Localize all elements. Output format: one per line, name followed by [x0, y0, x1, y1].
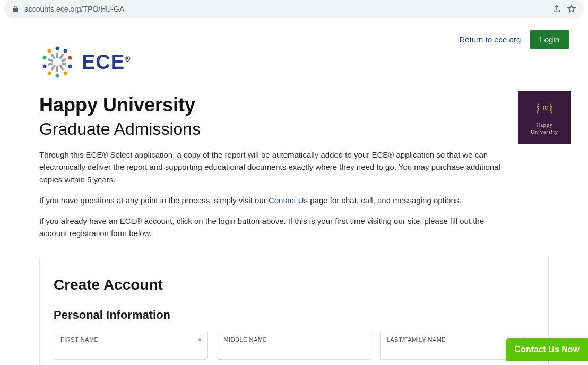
- middle-name-field[interactable]: MIDDLE NAME: [217, 332, 371, 360]
- svg-line-18: [48, 59, 53, 61]
- contact-us-widget[interactable]: Contact Us Now: [506, 338, 588, 361]
- svg-point-8: [43, 56, 47, 60]
- svg-point-2: [68, 56, 72, 60]
- browser-address-bar[interactable]: accounts.ece.org/TPO/HU-GA: [4, 0, 584, 18]
- name-row: FIRST NAME * MIDDLE NAME LAST/FAMILY NAM…: [54, 332, 534, 360]
- laurel-icon: HU: [532, 100, 557, 119]
- ece-logo-icon: [39, 44, 75, 80]
- create-account-form: Create Account Personal Information FIRS…: [39, 257, 549, 366]
- svg-line-13: [62, 63, 66, 65]
- form-title: Create Account: [54, 276, 534, 293]
- section-title-personal: Personal Information: [54, 308, 534, 322]
- program-heading: Graduate Admissions: [39, 119, 549, 139]
- svg-point-7: [43, 65, 47, 68]
- svg-point-3: [68, 65, 72, 68]
- logo-text: ECE®: [82, 51, 131, 74]
- required-indicator: *: [198, 336, 201, 345]
- first-name-input[interactable]: [60, 345, 201, 353]
- first-name-field[interactable]: FIRST NAME *: [54, 332, 208, 360]
- intro-paragraph-2: If you have questions at any point in th…: [39, 194, 506, 206]
- badge-name-1: Happy: [536, 122, 553, 128]
- star-icon[interactable]: [567, 4, 576, 14]
- intro-paragraph-3: If you already have an ECE® account, cli…: [39, 215, 506, 240]
- university-heading: Happy University: [39, 94, 549, 116]
- svg-line-16: [51, 65, 55, 70]
- svg-line-17: [48, 63, 53, 65]
- svg-point-5: [56, 74, 59, 78]
- svg-line-12: [62, 59, 66, 61]
- badge-name-2: University: [531, 129, 558, 135]
- svg-line-14: [60, 65, 63, 70]
- svg-line-19: [51, 54, 55, 59]
- svg-point-4: [64, 72, 67, 75]
- svg-point-9: [48, 49, 51, 53]
- svg-line-11: [60, 54, 63, 59]
- first-name-label: FIRST NAME: [60, 336, 201, 343]
- svg-point-6: [48, 72, 51, 75]
- login-button[interactable]: Login: [530, 30, 569, 49]
- url-text: accounts.ece.org/TPO/HU-GA: [24, 5, 547, 13]
- badge-abbr: HU: [543, 105, 549, 111]
- return-link[interactable]: Return to ece.org: [459, 35, 521, 44]
- svg-point-0: [56, 47, 59, 50]
- ece-logo: ECE®: [39, 44, 549, 82]
- svg-point-1: [64, 49, 67, 53]
- lock-icon: [12, 5, 19, 13]
- middle-name-label: MIDDLE NAME: [223, 336, 364, 343]
- middle-name-input[interactable]: [223, 345, 364, 353]
- share-icon[interactable]: [552, 4, 561, 14]
- intro-paragraph-1: Through this ECE® Select application, a …: [39, 149, 506, 186]
- contact-us-link[interactable]: Contact Us: [269, 196, 308, 205]
- university-badge: HU Happy University: [518, 91, 571, 144]
